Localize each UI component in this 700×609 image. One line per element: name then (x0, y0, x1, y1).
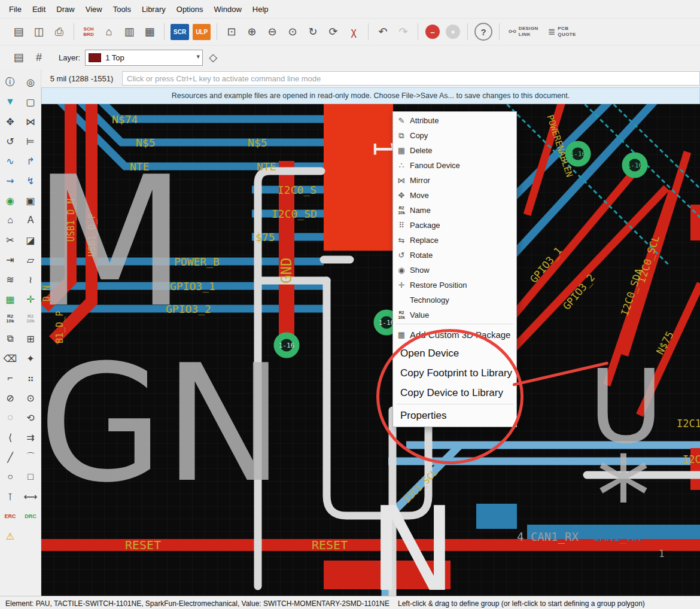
context-menu-item-open-device[interactable]: Open Device (393, 343, 516, 363)
zoom-redraw-icon[interactable]: ↻ (303, 22, 322, 41)
context-menu-item-rotate[interactable]: ↺Rotate (393, 248, 516, 263)
stop-icon[interactable]: – (425, 25, 440, 39)
smash-tool[interactable]: ⌐ (0, 369, 20, 387)
zoom-in-icon[interactable]: ⊕ (242, 22, 261, 41)
context-menu-item-name[interactable]: R210kName (393, 203, 516, 218)
eye-tool[interactable]: ◎ (20, 73, 41, 91)
context-menu-item-add-custom-3d-package[interactable]: ▦Add Custom 3D Package (393, 325, 516, 343)
context-menu-item-package[interactable]: ⠿Package (393, 218, 516, 233)
menu-tools[interactable]: Tools (108, 2, 136, 17)
copy-tool[interactable]: ⧉ (0, 330, 20, 348)
print-icon[interactable]: ⎙ (50, 22, 69, 41)
context-menu-item-delete[interactable]: ▦Delete (393, 143, 516, 158)
meander-tool[interactable]: ≋ (0, 270, 20, 288)
move-tool[interactable]: ✥ (0, 112, 20, 130)
layer-dropdown[interactable]: 1 Top ▾ (85, 50, 203, 66)
label-tool[interactable]: ⊘ (0, 389, 20, 407)
text-tool[interactable]: A (20, 211, 41, 229)
erc-tool[interactable]: ERC (0, 507, 20, 525)
help-icon[interactable]: ? (474, 23, 492, 41)
menu-view[interactable]: View (80, 2, 108, 17)
cancel-icon[interactable]: χ (344, 22, 363, 41)
scr-icon[interactable]: SCR (171, 24, 189, 40)
ulp-icon[interactable]: ULP (193, 24, 211, 40)
save-icon[interactable]: ◫ (29, 22, 48, 41)
origin-tool[interactable]: ✛ (20, 290, 41, 308)
warning-icon[interactable]: ⚠ (0, 527, 20, 545)
split-tool[interactable]: ✂ (0, 231, 20, 249)
layers-icon[interactable]: ▤ (9, 48, 28, 67)
context-menu-item-fanout-device[interactable]: ∴Fanout Device (393, 158, 516, 173)
context-menu-item-restore-position[interactable]: ✛Restore Position (393, 278, 516, 293)
design-link-button[interactable]: ⚯DESIGNLINK (509, 26, 538, 37)
command-line-input[interactable] (122, 71, 700, 86)
undo-icon[interactable]: ↶ (373, 22, 392, 41)
array-tool[interactable]: ⠶ (20, 369, 41, 387)
polygon-tool[interactable]: ⌂ (0, 211, 20, 229)
context-menu-item-properties[interactable]: Properties (393, 406, 516, 425)
pcb-canvas[interactable]: N$74N$5N$5NTENTEI2C0_SI2C0_SD$75POWER_BG… (41, 104, 700, 596)
paste-tool[interactable]: ⊞ (20, 330, 41, 348)
context-menu-item-show[interactable]: ◉Show (393, 263, 516, 278)
cam-icon[interactable]: ▥ (120, 22, 139, 41)
menu-help[interactable]: Help (247, 2, 274, 17)
rotate-tool[interactable]: ↺ (0, 132, 20, 150)
rect-tool[interactable]: □ (20, 468, 41, 486)
filter-tool[interactable]: ▼ (0, 93, 20, 111)
board-canvas-area[interactable]: N$74N$5N$5NTENTEI2C0_SI2C0_SD$75POWER_BG… (41, 104, 700, 596)
dimension-tool[interactable]: ⊺ (0, 488, 20, 506)
menu-window[interactable]: Window (209, 2, 247, 17)
bend-tool[interactable]: ⟨ (0, 428, 20, 446)
name-tool[interactable]: R210k (0, 310, 20, 328)
context-menu-item-attribute[interactable]: ✎Attribute (393, 113, 516, 128)
grid-icon[interactable]: # (29, 48, 48, 67)
wire-tool[interactable]: ≀ (20, 270, 41, 288)
latch-tool[interactable]: ⇥ (0, 251, 20, 269)
zoom-fit-icon[interactable]: ⊡ (222, 22, 241, 41)
info-tool[interactable]: ⓘ (0, 73, 20, 91)
library-icon[interactable]: ⌂ (99, 22, 118, 41)
context-menu-item-copy-device-to-library[interactable]: Copy Device to Library (393, 383, 516, 403)
measure-tool[interactable]: ⟷ (20, 488, 41, 506)
line-tool[interactable]: ╱ (0, 448, 20, 466)
context-menu-item-copy-footprint-to-library[interactable]: Copy Footprint to Library (393, 363, 516, 383)
ripup-tool[interactable]: ⇝ (0, 172, 20, 190)
sch-brd-icon[interactable]: SCHBRD (79, 22, 98, 41)
wrench-tool[interactable]: ✦ (20, 349, 41, 367)
pad-tool[interactable]: ▣ (20, 191, 41, 209)
board-tool[interactable]: ▦ (0, 290, 20, 308)
context-menu-item-copy[interactable]: ⧉Copy (393, 128, 516, 143)
via-tool[interactable]: ◉ (0, 191, 20, 209)
signal-tool[interactable]: ↯ (20, 172, 41, 190)
rotate-icon[interactable]: ⟳ (324, 22, 343, 41)
redo-icon[interactable]: ↷ (394, 22, 413, 41)
route-diff-tool[interactable]: ↱ (20, 152, 41, 170)
context-menu-item-mirror[interactable]: ⋈Mirror (393, 173, 516, 188)
footprint-icon[interactable]: ▦ (140, 22, 159, 41)
context-menu-item-technology[interactable]: Technology (393, 293, 516, 307)
zoom-select-icon[interactable]: ⊙ (283, 22, 302, 41)
align-tool[interactable]: ⊨ (20, 132, 41, 150)
replace-tool[interactable]: ⟲ (20, 409, 41, 427)
circle-tool[interactable]: ○ (0, 468, 20, 486)
shape-tool[interactable]: ▱ (20, 251, 41, 269)
select-group-tool[interactable]: ▢ (20, 93, 41, 111)
drc-tool[interactable]: DRC (20, 507, 41, 525)
chevron-down-icon[interactable]: ▾ (197, 53, 200, 60)
menu-options[interactable]: Options (171, 2, 209, 17)
mirror-tool[interactable]: ⋈ (20, 112, 41, 130)
route-tool[interactable]: ∿ (0, 152, 20, 170)
context-menu-item-replace[interactable]: ⇆Replace (393, 233, 516, 248)
menu-file[interactable]: File (4, 2, 27, 17)
menu-library[interactable]: Library (136, 2, 171, 17)
slice-tool[interactable]: ◪ (20, 231, 41, 249)
menu-draw[interactable]: Draw (51, 2, 80, 17)
pcb-quote-button[interactable]: ≣PCBQUOTE (548, 26, 576, 37)
tag-icon[interactable]: ◇ (203, 48, 223, 67)
attribute-tool[interactable]: ◌ (0, 409, 20, 427)
arc-tool[interactable]: ⌒ (20, 448, 41, 466)
delete-tool[interactable]: ⌫ (0, 349, 20, 367)
zoom-out-icon[interactable]: ⊖ (263, 22, 282, 41)
context-menu-item-move[interactable]: ✥Move (393, 188, 516, 203)
lock-tool[interactable]: ⊙ (20, 389, 41, 407)
